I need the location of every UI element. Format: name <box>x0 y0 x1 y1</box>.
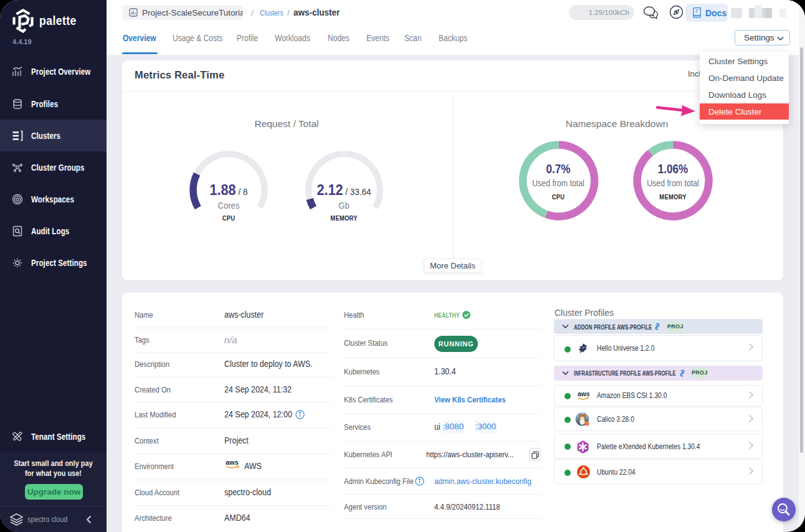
svg-text:aws: aws <box>578 390 589 397</box>
svg-text:aws: aws <box>226 458 239 466</box>
